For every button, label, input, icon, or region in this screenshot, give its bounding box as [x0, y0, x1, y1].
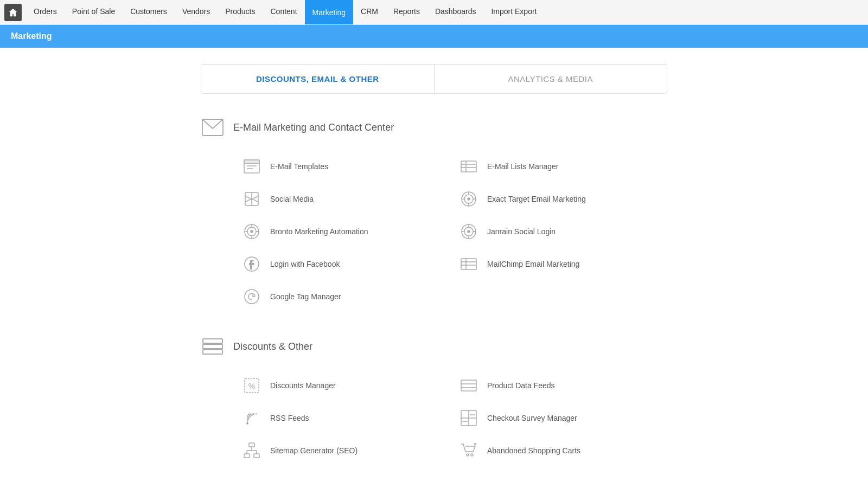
abandoned-carts-item[interactable]: Abandoned Shopping Carts — [450, 434, 667, 467]
sitemap-icon — [242, 441, 261, 460]
email-templates-label: E-Mail Templates — [270, 162, 328, 171]
email-lists-label: E-Mail Lists Manager — [487, 162, 559, 171]
nav-vendors[interactable]: Vendors — [175, 0, 218, 24]
svg-point-61 — [471, 454, 473, 456]
rss-icon — [242, 408, 261, 428]
janrain-item[interactable]: Janrain Social Login — [450, 215, 667, 248]
nav-reports[interactable]: Reports — [386, 0, 427, 24]
exact-target-label: Exact Target Email Marketing — [487, 195, 586, 203]
nav-crm[interactable]: CRM — [353, 0, 386, 24]
nav-import-export[interactable]: Import Export — [483, 0, 544, 24]
envelope-icon — [201, 115, 225, 139]
svg-rect-5 — [244, 160, 259, 163]
email-items-grid: E-Mail Templates E-Mail Lists Manager — [233, 150, 667, 313]
product-data-feeds-label: Product Data Feeds — [487, 381, 555, 390]
sitemap-generator-item[interactable]: Sitemap Generator (SEO) — [233, 434, 450, 467]
tab-bar: DISCOUNTS, EMAIL & OTHER ANALYTICS & MED… — [201, 64, 667, 94]
nav-marketing[interactable]: Marketing — [305, 0, 353, 24]
tab-discounts-email[interactable]: DISCOUNTS, EMAIL & OTHER — [201, 65, 435, 93]
svg-point-18 — [468, 198, 470, 200]
svg-rect-44 — [461, 380, 476, 391]
svg-text:%: % — [248, 382, 255, 390]
page-title: Marketing — [11, 31, 52, 41]
bronto-icon — [242, 222, 261, 241]
mailchimp-label: MailChimp Email Marketing — [487, 260, 579, 268]
abandoned-carts-icon — [459, 441, 478, 460]
discounts-items-grid: % Discounts Manager Product Data Feeds — [233, 369, 667, 467]
email-section-title: E-Mail Marketing and Contact Center — [233, 122, 394, 133]
rss-feeds-item[interactable]: RSS Feeds — [233, 402, 450, 434]
tab-analytics-media[interactable]: ANALYTICS & MEDIA — [435, 65, 667, 93]
social-media-icon — [242, 189, 261, 209]
social-media-item[interactable]: Social Media — [233, 183, 450, 215]
facebook-icon — [242, 254, 261, 274]
svg-point-32 — [468, 230, 470, 233]
svg-rect-54 — [244, 454, 250, 458]
svg-rect-53 — [249, 443, 254, 447]
svg-rect-41 — [203, 350, 222, 354]
page-header: Marketing — [0, 25, 868, 48]
rss-feeds-label: RSS Feeds — [270, 414, 309, 422]
top-nav: Orders Point of Sale Customers Vendors P… — [0, 0, 868, 25]
checkout-survey-icon — [459, 408, 478, 428]
svg-point-38 — [245, 290, 259, 304]
mailchimp-item[interactable]: MailChimp Email Marketing — [450, 248, 667, 280]
svg-point-60 — [467, 454, 469, 456]
login-facebook-label: Login with Facebook — [270, 260, 340, 268]
svg-rect-55 — [254, 454, 259, 458]
section-header-email: E-Mail Marketing and Contact Center — [201, 115, 667, 139]
bronto-label: Bronto Marketing Automation — [270, 227, 368, 236]
discounts-section: Discounts & Other % Discounts Manager — [190, 329, 678, 483]
google-tag-item[interactable]: Google Tag Manager — [233, 280, 450, 313]
nav-dashboards[interactable]: Dashboards — [427, 0, 484, 24]
email-lists-item[interactable]: E-Mail Lists Manager — [450, 150, 667, 183]
janrain-label: Janrain Social Login — [487, 227, 556, 236]
nav-products[interactable]: Products — [218, 0, 263, 24]
mailchimp-icon — [459, 254, 478, 274]
email-lists-icon — [459, 157, 478, 176]
nav-content[interactable]: Content — [263, 0, 305, 24]
discounts-manager-icon: % — [242, 376, 261, 395]
nav-customers[interactable]: Customers — [123, 0, 175, 24]
section-header-discounts: Discounts & Other — [201, 335, 667, 358]
svg-rect-6 — [461, 161, 476, 172]
email-templates-icon — [242, 157, 261, 176]
checkout-survey-label: Checkout Survey Manager — [487, 414, 577, 422]
home-button[interactable] — [4, 4, 22, 21]
svg-point-47 — [246, 422, 248, 425]
discounts-section-title: Discounts & Other — [233, 341, 312, 352]
svg-rect-34 — [461, 259, 476, 269]
google-tag-icon — [242, 287, 261, 306]
nav-orders[interactable]: Orders — [26, 0, 65, 24]
abandoned-carts-label: Abandoned Shopping Carts — [487, 446, 580, 455]
product-data-feeds-icon — [459, 376, 478, 395]
google-tag-label: Google Tag Manager — [270, 292, 341, 301]
discounts-manager-item[interactable]: % Discounts Manager — [233, 369, 450, 402]
svg-rect-40 — [203, 344, 222, 349]
checkout-survey-item[interactable]: Checkout Survey Manager — [450, 402, 667, 434]
svg-point-25 — [251, 230, 253, 233]
sitemap-generator-label: Sitemap Generator (SEO) — [270, 446, 358, 455]
login-facebook-item[interactable]: Login with Facebook — [233, 248, 450, 280]
nav-point-of-sale[interactable]: Point of Sale — [65, 0, 123, 24]
discounts-manager-label: Discounts Manager — [270, 381, 336, 390]
bronto-item[interactable]: Bronto Marketing Automation — [233, 215, 450, 248]
email-templates-item[interactable]: E-Mail Templates — [233, 150, 450, 183]
layers-icon — [201, 335, 225, 358]
nav-items: Orders Point of Sale Customers Vendors P… — [26, 0, 544, 24]
product-data-feeds-item[interactable]: Product Data Feeds — [450, 369, 667, 402]
exact-target-item[interactable]: Exact Target Email Marketing — [450, 183, 667, 215]
main-content: DISCOUNTS, EMAIL & OTHER ANALYTICS & MED… — [190, 48, 678, 488]
janrain-icon — [459, 222, 478, 241]
social-media-label: Social Media — [270, 195, 314, 203]
email-marketing-section: E-Mail Marketing and Contact Center E-Ma… — [190, 110, 678, 329]
exact-target-icon — [459, 189, 478, 209]
svg-rect-39 — [203, 339, 222, 343]
